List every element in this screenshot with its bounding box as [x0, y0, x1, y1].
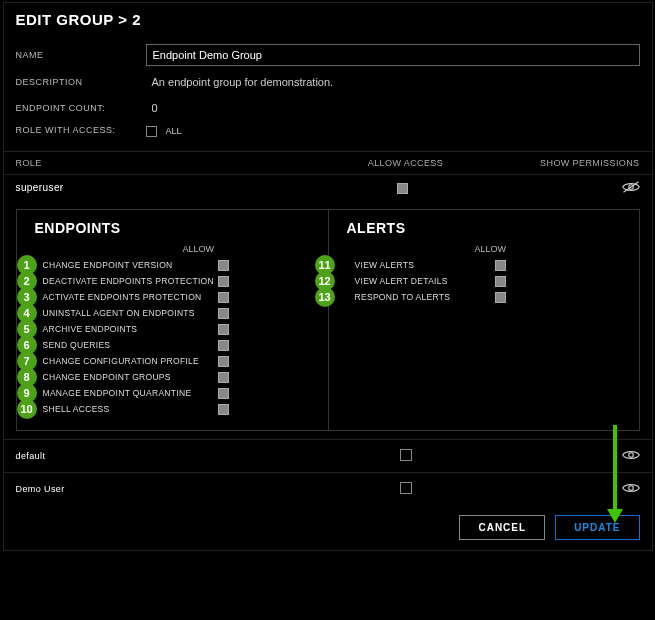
permission-row: 4UNINSTALL AGENT ON ENDPOINTS [23, 308, 318, 319]
permission-label: SHELL ACCESS [43, 404, 218, 414]
breadcrumb-step: 2 [132, 11, 141, 28]
button-row: CANCEL UPDATE [4, 505, 652, 550]
endpoints-title: ENDPOINTS [35, 220, 318, 236]
permission-allow-checkbox[interactable] [218, 308, 229, 319]
name-input[interactable] [146, 44, 640, 66]
permission-row: 7CHANGE CONFIGURATION PROFILE [23, 356, 318, 367]
permission-row: 13RESPOND TO ALERTS [335, 292, 629, 303]
role-name: superuser [16, 182, 359, 193]
endpoint-count-value: 0 [146, 98, 640, 118]
permission-row: 2DEACTIVATE ENDPOINTS PROTECTION [23, 276, 318, 287]
role-name: Demo User [16, 484, 359, 494]
role-row-superuser: superuser [4, 174, 652, 201]
permission-allow-checkbox[interactable] [218, 340, 229, 351]
role-row-default: default [4, 439, 652, 472]
permission-row: 10SHELL ACCESS [23, 404, 318, 415]
endpoint-count-label: ENDPOINT COUNT: [16, 103, 146, 113]
cancel-button[interactable]: CANCEL [459, 515, 545, 540]
permission-label: CHANGE CONFIGURATION PROFILE [43, 356, 218, 366]
breadcrumb: EDIT GROUP > 2 [16, 11, 142, 28]
permission-label: MANAGE ENDPOINT QUARANTINE [43, 388, 218, 398]
name-label: NAME [16, 50, 146, 60]
alerts-title: ALERTS [347, 220, 629, 236]
role-row-demo-user: Demo User [4, 472, 652, 505]
permission-row: 12VIEW ALERT DETAILS [335, 276, 629, 287]
svg-point-3 [628, 485, 633, 490]
description-value: An endpoint group for demonstration. [146, 72, 640, 92]
alerts-column: ALERTS ALLOW 11VIEW ALERTS12VIEW ALERT D… [328, 210, 639, 430]
permission-row: 3ACTIVATE ENDPOINTS PROTECTION [23, 292, 318, 303]
all-checkbox-wrap: ALL [146, 124, 182, 137]
modal-header: EDIT GROUP > 2 [4, 3, 652, 34]
step-badge: 10 [17, 399, 37, 419]
permission-row: 9MANAGE ENDPOINT QUARANTINE [23, 388, 318, 399]
permission-label: ACTIVATE ENDPOINTS PROTECTION [43, 292, 218, 302]
permission-allow-checkbox[interactable] [218, 404, 229, 415]
permission-label: ARCHIVE ENDPOINTS [43, 324, 218, 334]
allow-access-checkbox[interactable] [397, 183, 408, 194]
permission-label: UNINSTALL AGENT ON ENDPOINTS [43, 308, 218, 318]
endpoints-column: ENDPOINTS ALLOW 1CHANGE ENDPOINT VERSION… [17, 210, 328, 430]
permission-allow-checkbox[interactable] [495, 292, 506, 303]
permission-row: 11VIEW ALERTS [335, 260, 629, 271]
permission-label: VIEW ALERT DETAILS [355, 276, 495, 286]
all-checkbox-label: ALL [166, 126, 182, 136]
permission-label: CHANGE ENDPOINT VERSION [43, 260, 218, 270]
permission-row: 5ARCHIVE ENDPOINTS [23, 324, 318, 335]
permission-allow-checkbox[interactable] [218, 292, 229, 303]
permission-allow-checkbox[interactable] [218, 276, 229, 287]
permission-label: VIEW ALERTS [355, 260, 495, 270]
permission-label: DEACTIVATE ENDPOINTS PROTECTION [43, 276, 218, 286]
endpoints-allow-header: ALLOW [23, 244, 318, 254]
permission-allow-checkbox[interactable] [218, 372, 229, 383]
svg-point-2 [628, 452, 633, 457]
permission-label: SEND QUERIES [43, 340, 218, 350]
permission-allow-checkbox[interactable] [218, 356, 229, 367]
step-badge: 13 [315, 287, 335, 307]
arrow-annotation [613, 425, 617, 511]
form-section: NAME DESCRIPTION An endpoint group for d… [4, 34, 652, 151]
breadcrumb-sep: > [118, 11, 127, 28]
show-permissions-toggle[interactable] [622, 181, 640, 195]
permission-label: RESPOND TO ALERTS [355, 292, 495, 302]
permission-allow-checkbox[interactable] [218, 388, 229, 399]
role-name: default [16, 451, 359, 461]
alerts-allow-header: ALLOW [335, 244, 629, 254]
permission-row: 8CHANGE ENDPOINT GROUPS [23, 372, 318, 383]
update-button[interactable]: UPDATE [555, 515, 639, 540]
role-access-label: ROLE WITH ACCESS: [16, 125, 146, 135]
show-permissions-toggle[interactable] [622, 449, 640, 463]
show-permissions-toggle[interactable] [622, 482, 640, 496]
breadcrumb-title: EDIT GROUP [16, 11, 114, 28]
role-header-col2: ALLOW ACCESS [359, 158, 453, 168]
permission-allow-checkbox[interactable] [495, 260, 506, 271]
allow-access-checkbox[interactable] [400, 482, 412, 494]
edit-group-modal: EDIT GROUP > 2 NAME DESCRIPTION An endpo… [3, 2, 653, 551]
permission-allow-checkbox[interactable] [218, 324, 229, 335]
role-header-col3: SHOW PERMISSIONS [452, 158, 639, 168]
allow-access-checkbox[interactable] [400, 449, 412, 461]
permission-label: CHANGE ENDPOINT GROUPS [43, 372, 218, 382]
all-checkbox[interactable] [146, 126, 157, 137]
permission-allow-checkbox[interactable] [218, 260, 229, 271]
permission-allow-checkbox[interactable] [495, 276, 506, 287]
permission-row: 1CHANGE ENDPOINT VERSION [23, 260, 318, 271]
description-label: DESCRIPTION [16, 77, 146, 87]
permission-row: 6SEND QUERIES [23, 340, 318, 351]
role-table-header: ROLE ALLOW ACCESS SHOW PERMISSIONS [4, 151, 652, 174]
permissions-panel: ENDPOINTS ALLOW 1CHANGE ENDPOINT VERSION… [16, 209, 640, 431]
role-header-col1: ROLE [16, 158, 359, 168]
